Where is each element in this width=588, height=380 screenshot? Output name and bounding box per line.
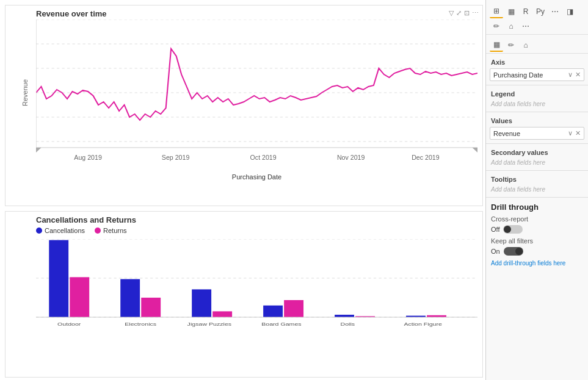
legend-returns: Returns xyxy=(95,227,127,234)
keep-filters-toggle[interactable] xyxy=(504,247,523,256)
axis-remove-icon[interactable]: ✕ xyxy=(575,71,581,79)
bar-dolls-cancel[interactable] xyxy=(335,315,354,317)
toolbar-table-icon[interactable]: ⊞ xyxy=(490,5,503,18)
values-expand-icon[interactable]: ∨ xyxy=(568,129,573,137)
y-axis-label: Revenue xyxy=(21,79,29,106)
divider-4 xyxy=(486,170,588,171)
divider-5 xyxy=(486,197,588,198)
axis-field-name: Purchasing Date xyxy=(493,71,543,79)
svg-text:Electronics: Electronics xyxy=(125,321,156,327)
filter-icon[interactable]: ▽ xyxy=(449,9,454,17)
svg-text:Action Figure: Action Figure xyxy=(404,321,442,327)
bar-outdoor-cancel[interactable] xyxy=(49,240,68,317)
x-axis-label: Purchasing Date xyxy=(232,173,281,181)
toolbar-r-icon[interactable]: R xyxy=(519,5,532,18)
bar-svg: 10K 5K 0K xyxy=(36,239,477,337)
toolbar-py-icon[interactable]: Py xyxy=(534,5,547,18)
svg-marker-20 xyxy=(472,148,477,152)
legend-cancellations: Cancellations xyxy=(36,227,85,234)
more-icon[interactable]: ⋯ xyxy=(472,9,479,17)
legend-placeholder: Add data fields here xyxy=(486,99,588,109)
cross-report-state: Off xyxy=(491,226,499,233)
cross-report-toggle[interactable] xyxy=(503,225,523,234)
cross-report-label: Cross-report xyxy=(486,214,588,224)
toolbar-brush-icon[interactable]: ✏ xyxy=(504,38,518,52)
toolbar-chart-icon[interactable]: ⌂ xyxy=(519,38,532,52)
toolbar-icons-2: ▦ ✏ ⌂ xyxy=(486,37,588,54)
tooltips-placeholder: Add data fields here xyxy=(486,184,588,195)
revenue-panel: Revenue over time ▽ ⤢ ⊡ ⋯ Revenue Purcha… xyxy=(5,5,483,206)
divider-1 xyxy=(486,85,588,85)
keep-filters-thumb xyxy=(515,248,523,255)
values-field-pill[interactable]: Revenue ∨ ✕ xyxy=(490,127,584,140)
revenue-svg: 6K 5K 4K 3K 2K 1K Aug 2019 Sep 2019 Oct … xyxy=(36,20,477,166)
revenue-chart: Revenue Purchasing Date 6K 5K 4K 3K 2K 1… xyxy=(36,20,477,166)
legend-dot-returns xyxy=(95,228,101,234)
svg-text:Oct 2019: Oct 2019 xyxy=(250,154,277,161)
axis-field-icons: ∨ ✕ xyxy=(568,71,581,79)
axis-field-pill[interactable]: Purchasing Date ∨ ✕ xyxy=(490,68,584,81)
main-area: Revenue over time ▽ ⤢ ⊡ ⋯ Revenue Purcha… xyxy=(0,0,485,380)
toolbar-more1-icon[interactable]: ⋯ xyxy=(548,5,562,18)
bar-electronics-returns[interactable] xyxy=(141,298,161,317)
legend-label-returns: Returns xyxy=(103,227,127,234)
bar-boardgames-returns[interactable] xyxy=(284,300,303,317)
cross-report-toggle-row: Off xyxy=(486,224,588,236)
svg-text:Sep 2019: Sep 2019 xyxy=(162,154,190,161)
axis-section-label: Axis xyxy=(486,56,588,67)
secondary-placeholder: Add data fields here xyxy=(486,157,588,168)
add-drill-through-fields[interactable]: Add drill-through fields here xyxy=(486,258,588,268)
toolbar-analytics-icon[interactable]: ⌂ xyxy=(504,20,518,33)
drill-through-header: Drill through xyxy=(486,200,588,214)
keep-filters-state: On xyxy=(491,248,500,255)
svg-text:Nov 2019: Nov 2019 xyxy=(337,154,365,161)
right-panel: ⊞ ▦ R Py ⋯ ◨ ✏ ⌂ ⋯ ▦ ✏ ⌂ Axis Purchasing… xyxy=(485,0,588,380)
toolbar-bar-icon[interactable]: ▦ xyxy=(504,5,518,18)
legend-dot-cancellations xyxy=(36,228,42,234)
legend-label-cancellations: Cancellations xyxy=(45,227,85,234)
values-field-name: Revenue xyxy=(493,130,520,137)
axis-expand-icon[interactable]: ∨ xyxy=(568,71,573,79)
values-field-icons: ∨ ✕ xyxy=(568,129,581,137)
legend-section-label: Legend xyxy=(486,88,588,99)
legend: Cancellations Returns xyxy=(36,227,477,234)
toolbar-format-icon[interactable]: ✏ xyxy=(490,20,503,33)
bar-actionfig-returns[interactable] xyxy=(427,315,446,317)
tooltips-section-label: Tooltips xyxy=(486,173,588,184)
svg-text:Jigsaw Puzzles: Jigsaw Puzzles xyxy=(187,321,232,327)
cancellations-panel: Cancellations and Returns Cancellations … xyxy=(5,211,483,378)
bar-jigsaw-cancel[interactable] xyxy=(192,289,211,317)
svg-text:Dec 2019: Dec 2019 xyxy=(412,154,440,161)
focus-icon[interactable]: ⤢ xyxy=(456,9,462,17)
svg-text:Outdoor: Outdoor xyxy=(57,321,81,327)
bar-jigsaw-returns[interactable] xyxy=(212,311,232,317)
chart-toolbar: ▽ ⤢ ⊡ ⋯ xyxy=(449,9,479,17)
svg-text:Board Games: Board Games xyxy=(261,321,302,327)
toolbar-visual-icon[interactable]: ▦ xyxy=(490,38,503,52)
keep-filters-label: Keep all filters xyxy=(486,236,588,246)
revenue-title: Revenue over time xyxy=(36,9,477,18)
values-remove-icon[interactable]: ✕ xyxy=(575,129,581,137)
cancellations-title: Cancellations and Returns xyxy=(36,215,477,224)
bar-chart: 10K 5K 0K xyxy=(36,239,477,337)
secondary-section-label: Secondary values xyxy=(486,146,588,157)
divider-3 xyxy=(486,143,588,144)
divider-2 xyxy=(486,112,588,112)
bar-outdoor-returns[interactable] xyxy=(70,277,89,317)
values-section-label: Values xyxy=(486,115,588,126)
bar-electronics-cancel[interactable] xyxy=(120,279,140,317)
svg-marker-19 xyxy=(36,148,42,152)
toolbar-panel-icon[interactable]: ◨ xyxy=(563,5,576,18)
svg-text:Dolls: Dolls xyxy=(341,321,355,327)
svg-text:Aug 2019: Aug 2019 xyxy=(74,154,102,161)
toolbar-icons: ⊞ ▦ R Py ⋯ ◨ ✏ ⌂ ⋯ xyxy=(486,4,588,35)
bar-boardgames-cancel[interactable] xyxy=(263,306,283,317)
expand-icon[interactable]: ⊡ xyxy=(464,9,470,17)
keep-filters-toggle-row: On xyxy=(486,246,588,258)
toolbar-more2-icon[interactable]: ⋯ xyxy=(519,20,532,33)
